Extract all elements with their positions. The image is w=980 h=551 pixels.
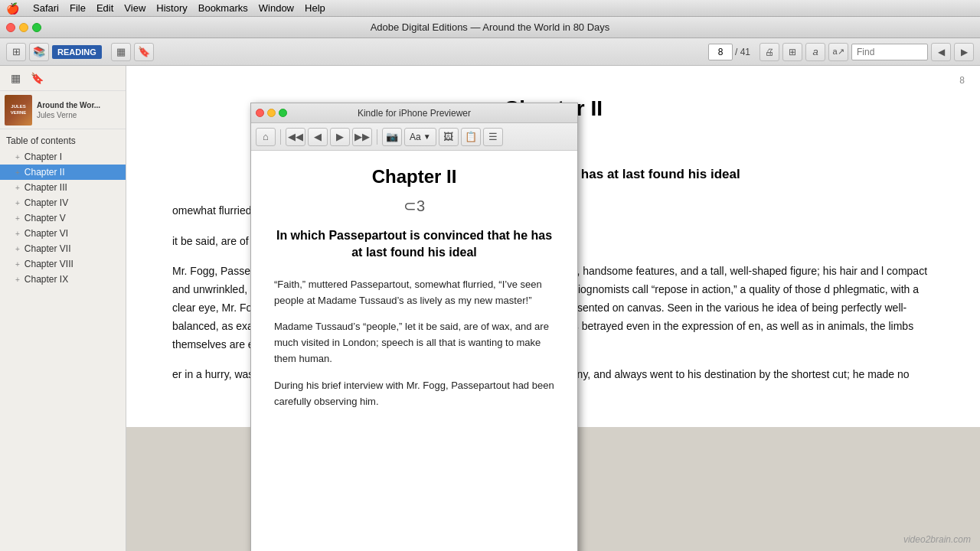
apple-logo[interactable]: 🍎 bbox=[6, 2, 19, 15]
ade-sidebar: ▦ 🔖 JULESVERNE Around the Wor... Jules V… bbox=[0, 66, 126, 551]
kindle-window-title: Kindle for iPhone Previewer bbox=[358, 108, 471, 119]
find-next-icon[interactable]: ▶ bbox=[954, 43, 974, 61]
kindle-titlebar: Kindle for iPhone Previewer bbox=[251, 103, 577, 123]
book-cover-thumbnail: JULESVERNE bbox=[5, 95, 32, 126]
book-author-label: Jules Verne bbox=[37, 110, 100, 120]
ade-nav-toolbar: ⊞ 📚 READING ▦ 🔖 / 41 🖨 ⊞ a a↗ ◀ ▶ bbox=[0, 38, 980, 66]
page-navigation: / 41 bbox=[708, 44, 750, 60]
video2brain-watermark: video2brain.com bbox=[903, 534, 971, 545]
ade-window: Adobe Digital Editions — Around the Worl… bbox=[0, 17, 980, 551]
kindle-back-icon[interactable]: ◀ bbox=[308, 128, 328, 146]
expand-icon-6: + bbox=[15, 230, 20, 238]
kindle-screenshot-icon[interactable]: 📷 bbox=[382, 128, 402, 146]
close-button[interactable] bbox=[6, 23, 15, 32]
minimize-button[interactable] bbox=[19, 23, 28, 32]
window-title: Adobe Digital Editions — Around the Worl… bbox=[371, 21, 610, 33]
sidebar-grid-icon[interactable]: ▦ bbox=[6, 69, 24, 87]
kindle-forward-icon[interactable]: ▶ bbox=[330, 128, 350, 146]
menu-help[interactable]: Help bbox=[305, 2, 325, 14]
chapter4-label: Chapter IV bbox=[24, 197, 68, 208]
page-total-label: / 41 bbox=[735, 47, 750, 57]
kindle-maximize-button[interactable] bbox=[279, 109, 287, 117]
reading-label: READING bbox=[52, 45, 102, 59]
menu-edit[interactable]: Edit bbox=[96, 2, 113, 14]
chapter3-label: Chapter III bbox=[24, 182, 67, 193]
chapter8-label: Chapter VIII bbox=[24, 259, 74, 269]
expand-icon-8: + bbox=[15, 260, 20, 269]
chapter6-label: Chapter VI bbox=[24, 228, 68, 239]
toc-header[interactable]: Table of contents bbox=[0, 132, 126, 149]
chapter2-label: Chapter II bbox=[24, 167, 65, 178]
ade-reading-container: 8 Chapter II ⊂3 Passepartout is convince… bbox=[126, 66, 980, 551]
menu-bookmarks[interactable]: Bookmarks bbox=[198, 2, 248, 14]
mac-menubar: 🍎 Safari File Edit View History Bookmark… bbox=[0, 0, 980, 17]
kindle-traffic-lights bbox=[256, 109, 287, 117]
expand-icon-3: + bbox=[15, 184, 20, 192]
expand-icon-5: + bbox=[15, 214, 20, 223]
ade-titlebar: Adobe Digital Editions — Around the Worl… bbox=[0, 17, 980, 38]
kindle-next-page-icon[interactable]: ▶▶ bbox=[352, 128, 372, 146]
sidebar-book-info: JULESVERNE Around the Wor... Jules Verne bbox=[0, 91, 126, 129]
sidebar-item-chapter8[interactable]: + Chapter VIII bbox=[0, 256, 126, 272]
sidebar-item-chapter4[interactable]: + Chapter IV bbox=[0, 195, 126, 210]
bookmarks-icon[interactable]: 🔖 bbox=[134, 43, 154, 61]
sidebar-item-chapter7[interactable]: + Chapter VII bbox=[0, 241, 126, 256]
expand-icon-2: + bbox=[15, 168, 20, 177]
sidebar-item-chapter6[interactable]: + Chapter VI bbox=[0, 226, 126, 241]
print-icon[interactable]: 🖨 bbox=[760, 43, 779, 61]
find-prev-icon[interactable]: ◀ bbox=[931, 43, 951, 61]
kindle-image-icon[interactable]: 🖼 bbox=[439, 128, 459, 146]
sidebar-item-chapter5[interactable]: + Chapter V bbox=[0, 210, 126, 226]
thumbs-view-icon[interactable]: ▦ bbox=[111, 43, 131, 61]
expand-icon-9: + bbox=[15, 276, 20, 284]
kindle-toc-icon[interactable]: ☰ bbox=[483, 128, 503, 146]
menu-window[interactable]: Window bbox=[259, 2, 294, 14]
kindle-previewer-window: Kindle for iPhone Previewer ⌂ ◀◀ ◀ ▶ ▶▶ … bbox=[250, 103, 578, 551]
kindle-paragraph-1: “Faith,” muttered Passepartout, somewhat… bbox=[274, 277, 554, 309]
book-title-label: Around the Wor... bbox=[37, 100, 100, 110]
page-number-input[interactable] bbox=[708, 44, 733, 60]
expand-icon: + bbox=[15, 153, 20, 161]
chapter9-label: Chapter IX bbox=[24, 274, 68, 285]
sidebar-bookmark-icon[interactable]: 🔖 bbox=[28, 69, 46, 87]
library-icon[interactable]: ⊞ bbox=[6, 43, 26, 61]
window-traffic-lights bbox=[6, 23, 41, 32]
menu-view[interactable]: View bbox=[124, 2, 145, 14]
fullscreen-icon[interactable]: ⊞ bbox=[782, 43, 802, 61]
kindle-minimize-button[interactable] bbox=[267, 109, 276, 117]
expand-icon-4: + bbox=[15, 199, 20, 207]
sidebar-nav: Table of contents + Chapter I + Chapter … bbox=[0, 129, 126, 551]
chapter5-label: Chapter V bbox=[24, 213, 66, 223]
sidebar-icons: ▦ 🔖 bbox=[0, 66, 126, 91]
kindle-font-button[interactable]: Aa ▼ bbox=[404, 128, 436, 146]
ade-content: ▦ 🔖 JULESVERNE Around the Wor... Jules V… bbox=[0, 66, 980, 551]
find-input[interactable] bbox=[851, 44, 928, 60]
sidebar-item-chapter1[interactable]: + Chapter I bbox=[0, 149, 126, 165]
kindle-content-area: Chapter II ⊂3 In which Passepartout is c… bbox=[251, 151, 577, 551]
menu-file[interactable]: File bbox=[70, 2, 86, 14]
kindle-prev-page-icon[interactable]: ◀◀ bbox=[286, 128, 305, 146]
font-icon[interactable]: a bbox=[805, 43, 825, 61]
menu-history[interactable]: History bbox=[156, 2, 187, 14]
kindle-chapter-title: Chapter II bbox=[274, 166, 554, 187]
maximize-button[interactable] bbox=[32, 23, 41, 32]
kindle-ornament: ⊂3 bbox=[274, 197, 554, 215]
bookshelf-icon[interactable]: 📚 bbox=[29, 43, 49, 61]
kindle-home-icon[interactable]: ⌂ bbox=[256, 128, 276, 146]
menu-safari[interactable]: Safari bbox=[33, 2, 59, 14]
kindle-paragraph-3: During his brief interview with Mr. Fogg… bbox=[274, 378, 554, 410]
ade-page-number: 8 bbox=[959, 75, 965, 86]
kindle-subtitle: In which Passepartout is convinced that … bbox=[274, 227, 554, 262]
kindle-toolbar: ⌂ ◀◀ ◀ ▶ ▶▶ 📷 Aa ▼ 🖼 📋 ☰ bbox=[251, 123, 577, 151]
book-info-text: Around the Wor... Jules Verne bbox=[37, 100, 100, 120]
amazon-icon[interactable]: a↗ bbox=[828, 43, 848, 61]
chapter1-label: Chapter I bbox=[24, 152, 62, 162]
sidebar-item-chapter3[interactable]: + Chapter III bbox=[0, 180, 126, 195]
kindle-notes-icon[interactable]: 📋 bbox=[461, 128, 481, 146]
expand-icon-7: + bbox=[15, 245, 20, 253]
kindle-paragraph-2: Madame Tussaud’s “people,” let it be sai… bbox=[274, 319, 554, 367]
sidebar-item-chapter2[interactable]: + Chapter II bbox=[0, 165, 126, 180]
chapter7-label: Chapter VII bbox=[24, 243, 71, 254]
sidebar-item-chapter9[interactable]: + Chapter IX bbox=[0, 272, 126, 287]
kindle-close-button[interactable] bbox=[256, 109, 264, 117]
